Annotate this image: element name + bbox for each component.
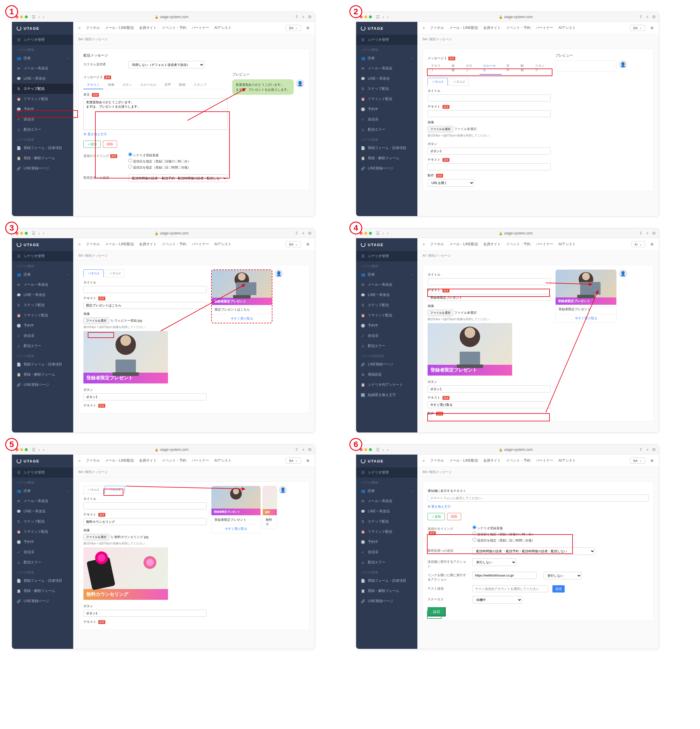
preview-card-1: 登録者限定プレゼント 登録者限定プレゼント 今すぐ受け取る: [211, 486, 261, 533]
body-textarea[interactable]: 友達追加ありがとうございます。 まずは、プレゼントをお送りします。: [83, 98, 228, 130]
url-bar[interactable]: 🔒utage-system.com: [48, 15, 295, 19]
tab-audio[interactable]: 音声: [161, 81, 174, 89]
existing-select[interactable]: 配信時間後の読者 ・配信予約・配信時間後の読者：配信しない: [128, 174, 228, 182]
timing-r2[interactable]: [128, 158, 132, 163]
uploaded-image: 無料カウンセリング: [83, 547, 168, 600]
sidebar-form[interactable]: 📄登録フォーム・読者項目: [12, 143, 73, 153]
panel1-tab[interactable]: パネル1: [428, 78, 448, 86]
button1-input[interactable]: [428, 148, 551, 155]
delete-button[interactable]: 削除: [447, 513, 461, 520]
tab-text[interactable]: テキスト: [83, 81, 103, 89]
link-action-select[interactable]: 実行しない: [544, 572, 582, 579]
browser-window: ☰‹› 🔒utage-system.com ⇪＋⧉ UTAGE ☰シナリオ管理 …: [12, 12, 315, 216]
breadcrumb: BA / 個別メッセージ: [73, 34, 315, 45]
nav-back-icon[interactable]: ‹: [39, 15, 40, 19]
tab-image[interactable]: 画像: [448, 62, 461, 75]
preview-card: 登録者限定プレゼント 登録者限定プレゼント 今すぐ受け取る: [555, 269, 617, 323]
avatar-icon: 👤: [296, 79, 304, 87]
new-tab-icon[interactable]: ＋: [301, 14, 305, 20]
btn-text-input[interactable]: [428, 163, 551, 170]
sidebar-readers[interactable]: 👥読者›: [12, 53, 73, 63]
share-icon[interactable]: ⇪: [295, 14, 298, 20]
nav-funnel[interactable]: ファネル: [86, 25, 100, 30]
link-url[interactable]: [472, 572, 537, 579]
tab-carousel[interactable]: カルーセル: [137, 81, 160, 89]
preview-card: 登録者限定プレゼント 限定プレゼントはこちら 今すぐ受け取る: [211, 269, 272, 323]
sidebar-remind[interactable]: ⏰リマインド配信: [12, 94, 73, 104]
top-nav: ≡ ファネル メール・LINE配信 会員サイト イベント・予約 パートナー AI…: [73, 22, 315, 34]
sidebar-unsub[interactable]: 📋登録・解除フォーム: [12, 153, 73, 163]
nav-fwd-icon[interactable]: ›: [43, 15, 44, 19]
after-action-select[interactable]: 実行しない: [472, 558, 516, 566]
add-button[interactable]: ＋追加: [83, 141, 101, 148]
tab-image[interactable]: 画像: [105, 81, 118, 89]
sidebar-line-bulk[interactable]: 💬LINE一斉送信: [12, 74, 73, 84]
browser-window: ☰‹› 🔒utage-system.com ⇪＋⧉ UTAGE ☰シナリオ管理 …: [356, 12, 659, 216]
file-choose[interactable]: ファイルを選択: [428, 126, 453, 132]
tab-stamp[interactable]: スタンプ: [190, 81, 210, 89]
lock-icon: 🔒: [155, 15, 159, 19]
menu-icon[interactable]: ≡: [78, 26, 80, 30]
tab-video[interactable]: 動画: [517, 62, 530, 75]
panel2-tab[interactable]: パネル2: [105, 486, 125, 494]
notify-input[interactable]: [428, 495, 649, 501]
sidebar-line-reg[interactable]: 🔗LINE登録ページ: [12, 163, 73, 173]
file-choose[interactable]: ファイルを選択: [83, 318, 109, 324]
sidebar: UTAGE ☰シナリオ管理 シナリオ配信 👥読者› ✉メール一斉送信 💬LINE…: [12, 22, 73, 216]
sidebar-step[interactable]: ⇅ステップ配信: [12, 84, 73, 94]
delete-button[interactable]: 削除: [103, 141, 117, 148]
btn-text-input[interactable]: [428, 401, 551, 408]
sidebar-sent[interactable]: ✓送信済: [12, 114, 73, 125]
account-select[interactable]: BA ⌄: [286, 25, 301, 31]
preview-bubble: 友達追加ありがとうございます。 まずは、プレゼントをお送りします。: [232, 79, 294, 95]
text-input[interactable]: [428, 110, 551, 117]
tab-stamp[interactable]: スタンプ: [532, 62, 551, 75]
test-account[interactable]: [472, 585, 548, 592]
sidebar-toggle-icon[interactable]: ☰: [32, 15, 36, 19]
custom-sender-select[interactable]: 利用しない（デフォルト送信者で送信）: [128, 61, 204, 68]
nav-members[interactable]: 会員サイト: [139, 25, 157, 30]
panel1-tab[interactable]: パネル1: [83, 486, 103, 494]
nav-ai[interactable]: AIアシスト: [214, 25, 232, 30]
timing-radios: シナリオ登録直後 送信日を指定（登録〇日後の〇時〇分） 送信日を指定（登録〇日〇…: [128, 152, 191, 171]
panel2-tab[interactable]: パネル2: [449, 78, 469, 86]
tabs-icon[interactable]: ⧉: [308, 14, 311, 20]
tab-button[interactable]: ボタン: [119, 81, 136, 89]
tab-video[interactable]: 動画: [176, 81, 189, 89]
preview-card-2: 無料 無料カ: [263, 486, 277, 529]
label-custom-sender: カスタム送信者: [83, 61, 124, 67]
status-select[interactable]: 待機中: [472, 596, 522, 604]
timing-r3[interactable]: [128, 165, 132, 168]
text-input[interactable]: [83, 302, 206, 309]
tab-text[interactable]: テキスト: [428, 62, 447, 75]
action-select[interactable]: URLを開く: [428, 179, 474, 187]
logo: UTAGE: [12, 22, 73, 35]
section-title: 配信メッセージ: [83, 53, 305, 58]
nav-partner[interactable]: パートナー: [192, 25, 209, 30]
nav-mail-line[interactable]: メール・LINE配信: [105, 25, 134, 30]
replace-text-link[interactable]: ⚙置き換え文字: [83, 132, 107, 136]
preview-card: [555, 60, 617, 71]
sidebar-error[interactable]: ⚠配信エラー: [12, 125, 73, 135]
msg-type-tabs: テキスト 画像 ボタン カルーセル 音声 動画 スタンプ: [83, 81, 228, 90]
tab-carousel[interactable]: カルーセル: [479, 62, 502, 75]
existing-select[interactable]: 配信時間後の読者 ・配信予約・配信時間後の読者：配信しない: [472, 547, 595, 555]
timing-r1[interactable]: [128, 152, 132, 156]
title-input[interactable]: [428, 94, 551, 102]
text-input[interactable]: [428, 294, 551, 301]
add-button[interactable]: ＋追加: [428, 513, 445, 520]
preview-title: プレビュー: [232, 72, 305, 77]
send-button[interactable]: 送信: [552, 585, 565, 592]
settings-icon[interactable]: ⚙: [306, 26, 309, 30]
save-button[interactable]: 保存: [428, 607, 446, 616]
uploaded-image: 登録者限定プレゼント: [83, 331, 168, 383]
sidebar-scenario-mgmt[interactable]: ☰シナリオ管理: [12, 35, 73, 45]
nav-events[interactable]: イベント・予約: [162, 25, 186, 30]
chevron-down-icon: ⌄: [295, 26, 298, 30]
tab-audio[interactable]: 音声: [503, 62, 516, 75]
title-input[interactable]: [83, 286, 206, 293]
tab-button[interactable]: ボタン: [462, 62, 478, 75]
sidebar-scheduled[interactable]: 🕓予約中: [12, 104, 73, 114]
sidebar-mail-bulk[interactable]: ✉メール一斉送信: [12, 63, 73, 74]
